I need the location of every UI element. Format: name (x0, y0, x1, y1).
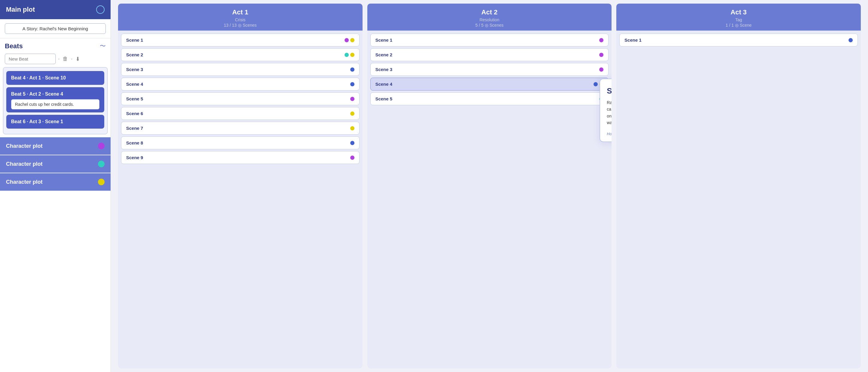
circle-icon: ◎ (485, 23, 488, 28)
act-3-column: Act 3 Tag 1 / 1 ◎ Scene Scene 1 (616, 4, 861, 368)
act1-scene-8[interactable]: Scene 8 (121, 136, 360, 149)
char-dot-2 (98, 161, 104, 167)
act-2-count-num: 5 / 5 (475, 23, 484, 28)
dot (350, 155, 354, 160)
character-plot-2[interactable]: Character plot (0, 155, 111, 173)
dot (848, 38, 853, 42)
act-1-count-num: 13 / 13 (224, 23, 237, 28)
dot (345, 38, 349, 42)
story-label[interactable]: A Story: Rachel's New Beginning (5, 23, 106, 34)
act-3-count-num: 1 / 1 (726, 23, 734, 28)
act-3-body: Scene 1 (616, 31, 861, 368)
beat-item-5[interactable]: Beat 5 · Act 2 · Scene 4 Rachel cuts up … (6, 87, 104, 112)
dot (350, 53, 354, 57)
character-plot-1[interactable]: Character plot (0, 137, 111, 155)
main-content: Act 1 Crisis 13 / 13 ◎ Scenes Scene 1 (111, 0, 868, 372)
act-1-count-label: Scenes (243, 23, 257, 28)
beats-title: Beats (5, 42, 23, 50)
act1-scene-5[interactable]: Scene 5 (121, 92, 360, 105)
beat-item-label: Beat 4 · Act 1 · Scene 10 (11, 75, 66, 80)
act1-scene-2[interactable]: Scene 2 (121, 48, 360, 61)
dot (350, 126, 354, 131)
act-3-title: Act 3 (619, 8, 858, 16)
circle-icon: ◎ (735, 23, 739, 28)
scene-label: Scene 3 (126, 67, 143, 72)
act2-scene-2[interactable]: Scene 2 (370, 48, 609, 61)
scene-4-popup: Scene 4 Rachel frets about a decision to… (599, 79, 612, 142)
scene-label: Scene 2 (126, 52, 143, 57)
act2-scene-4[interactable]: Scene 4 (370, 78, 609, 90)
scene-label: Scene 6 (126, 111, 143, 116)
act-1-body: Scene 1 Scene 2 Scene 3 (118, 31, 363, 368)
dot (599, 67, 603, 71)
sidebar: Main plot A Story: Rachel's New Beginnin… (0, 0, 111, 372)
scene-label: Scene 1 (375, 37, 393, 42)
popup-body: Rachel frets about a decision to cut up … (607, 99, 612, 126)
scene-label: Scene 4 (126, 82, 143, 87)
download-beat-button[interactable]: ⬇ (75, 56, 81, 62)
acts-row: Act 1 Crisis 13 / 13 ◎ Scenes Scene 1 (111, 0, 868, 372)
beat-item-label: Beat 6 · Act 3 · Scene 1 (11, 119, 63, 124)
scene-dots (345, 53, 354, 57)
dot-separator: · (58, 56, 60, 62)
scene-dots (599, 53, 603, 57)
act-1-title: Act 1 (121, 8, 360, 16)
beat-item-6[interactable]: Beat 6 · Act 3 · Scene 1 (6, 115, 104, 128)
act-2-column: Act 2 Resolution 5 / 5 ◎ Scenes Scene 1 … (367, 4, 612, 368)
act-3-count: 1 / 1 ◎ Scene (619, 23, 858, 28)
sidebar-title: Main plot (6, 6, 35, 13)
character-plot-label: Character plot (6, 179, 42, 185)
act2-scene-1[interactable]: Scene 1 (370, 34, 609, 47)
act1-scene-7[interactable]: Scene 7 (121, 122, 360, 135)
dot (350, 141, 354, 145)
act-2-sub: Resolution (370, 18, 609, 22)
beat-item-label: Beat 5 · Act 2 · Scene 4 (11, 91, 63, 96)
popup-footer: Home Base Apt 3/3 ◎ Beats (607, 132, 612, 136)
act1-scene-1[interactable]: Scene 1 (121, 34, 360, 47)
scene-label: Scene 7 (126, 125, 143, 131)
act3-scene-1[interactable]: Scene 1 (619, 34, 858, 47)
graph-icon: 〜 (100, 42, 106, 50)
beat-item-4[interactable]: Beat 4 · Act 1 · Scene 10 (6, 71, 104, 85)
scene-dots (350, 126, 354, 131)
beat-sub-text: Rachel cuts up her credit cards. (11, 99, 99, 109)
act1-scene-3[interactable]: Scene 3 (121, 63, 360, 76)
act-2-title: Act 2 (370, 8, 609, 16)
delete-beat-button[interactable]: 🗑 (62, 56, 69, 62)
character-plot-label: Character plot (6, 161, 42, 167)
dot (350, 97, 354, 101)
main-plot-icon[interactable] (96, 5, 104, 14)
scene-label: Scene 9 (126, 155, 143, 160)
act2-scene-5[interactable]: Scene 5 (370, 92, 609, 105)
char-dot-1 (98, 143, 104, 149)
scene-dots (350, 141, 354, 145)
act2-scene-3[interactable]: Scene 3 (370, 63, 609, 76)
scene-label: Scene 1 (126, 37, 143, 42)
scene-dots (350, 97, 354, 101)
scene-label: Scene 2 (375, 52, 393, 57)
act1-scene-6[interactable]: Scene 6 (121, 107, 360, 120)
scene-dots (350, 67, 354, 71)
char-dot-3 (98, 179, 104, 185)
dot (350, 38, 354, 42)
beats-header: Beats 〜 (0, 38, 111, 52)
act-2-count-label: Scenes (490, 23, 504, 28)
scene-dots (599, 67, 603, 71)
new-beat-input[interactable] (5, 54, 56, 64)
popup-location: Home Base Apt (607, 132, 612, 136)
act-3-sub: Tag (619, 18, 858, 22)
scene-dots (345, 38, 354, 42)
scene-label: Scene 4 (375, 82, 393, 87)
dot (350, 112, 354, 116)
character-plot-label: Character plot (6, 143, 42, 149)
dot-separator2: · (71, 56, 72, 62)
new-beat-row: · 🗑 · ⬇ (0, 52, 111, 67)
act1-scene-9[interactable]: Scene 9 (121, 151, 360, 164)
dot (345, 53, 349, 57)
act1-scene-4[interactable]: Scene 4 (121, 78, 360, 90)
dot (350, 82, 354, 86)
character-plot-3[interactable]: Character plot (0, 173, 111, 191)
act-2-header: Act 2 Resolution 5 / 5 ◎ Scenes (367, 4, 612, 31)
circle-icon: ◎ (238, 23, 242, 28)
scene-label: Scene 1 (624, 37, 642, 42)
